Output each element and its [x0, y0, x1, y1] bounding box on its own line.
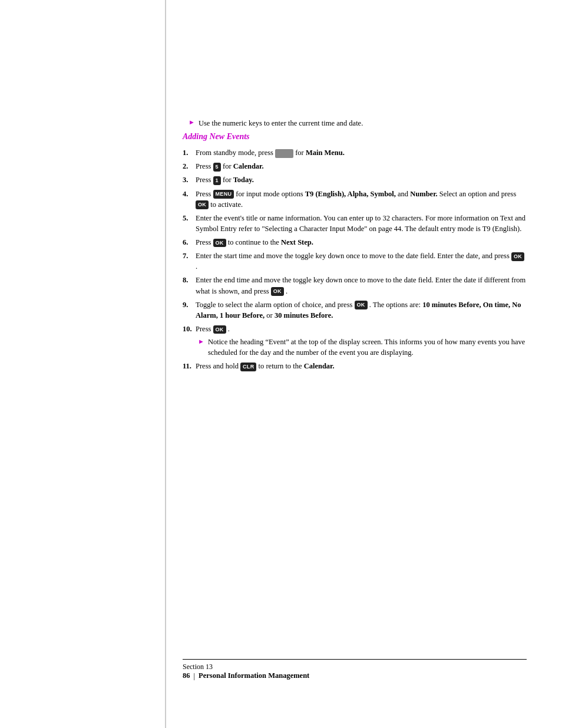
- footer-page-number: 86: [183, 671, 190, 680]
- sub-bullet-arrow-icon: ►: [198, 337, 204, 347]
- step-7-num: 7.: [183, 251, 196, 261]
- step-6: 6. Press OK to continue to the Next Step…: [183, 237, 527, 248]
- btn-5: 5: [213, 163, 221, 172]
- step-7: 7. Enter the start time and move the tog…: [183, 251, 527, 272]
- main-menu-button-icon: [275, 149, 293, 158]
- step-2-content: Press 5 for Calendar.: [196, 161, 527, 172]
- step-3: 3. Press 1 for Today.: [183, 174, 527, 185]
- step-1-num: 1.: [183, 147, 196, 158]
- step-4-content: Press MENU for input mode options T9 (En…: [196, 189, 527, 210]
- step-4: 4. Press MENU for input mode options T9 …: [183, 189, 527, 210]
- footer-description: Personal Information Management: [199, 671, 309, 680]
- step-1-content: From standby mode, press for Main Menu.: [196, 147, 527, 158]
- btn-ok-4: OK: [196, 200, 209, 209]
- main-content: ► Use the numeric keys to enter the curr…: [183, 0, 527, 371]
- footer-pipe: |: [194, 671, 196, 681]
- footer-divider: [183, 659, 527, 660]
- step-9: 9. Toggle to select the alarm option of …: [183, 299, 527, 321]
- steps-list: 1. From standby mode, press for Main Men…: [183, 147, 527, 371]
- step-8-content: Enter the end time and move the toggle k…: [196, 275, 527, 296]
- step-10-num: 10.: [183, 324, 196, 334]
- footer-row: 86 | Personal Information Management: [183, 671, 527, 681]
- btn-clr: CLR: [240, 363, 256, 371]
- footer: Section 13 86 | Personal Information Man…: [183, 659, 527, 681]
- btn-1: 1: [213, 176, 221, 185]
- btn-ok-6: OK: [213, 239, 226, 248]
- intro-bullet: ► Use the numeric keys to enter the curr…: [183, 118, 527, 129]
- step-2-bold: Calendar.: [233, 162, 264, 170]
- step-1-bold: Main Menu.: [306, 149, 345, 157]
- step-9-content: Toggle to select the alarm option of cho…: [196, 299, 527, 321]
- step-10-sub-bullet: ► Notice the heading “Event” at the top …: [196, 337, 527, 358]
- step-1: 1. From standby mode, press for Main Men…: [183, 147, 527, 158]
- step-4-bold2: Number.: [410, 190, 437, 198]
- step-9-num: 9.: [183, 299, 196, 310]
- btn-ok-10: OK: [213, 325, 226, 334]
- section-title: Adding New Events: [183, 132, 527, 141]
- btn-menu: MENU: [213, 190, 234, 199]
- step-11: 11. Press and hold CLR to return to the …: [183, 361, 527, 371]
- step-3-bold: Today.: [233, 176, 254, 184]
- step-7-content: Enter the start time and move the toggle…: [196, 251, 527, 272]
- step-5-content: Enter the event's title or name informat…: [196, 213, 527, 234]
- left-margin-bar: [165, 0, 166, 728]
- step-11-content: Press and hold CLR to return to the Cale…: [196, 361, 527, 371]
- bullet-arrow-icon: ►: [189, 118, 195, 126]
- step-6-bold: Next Step.: [281, 238, 313, 246]
- step-2-num: 2.: [183, 161, 196, 172]
- step-11-bold: Calendar.: [304, 362, 335, 370]
- step-4-num: 4.: [183, 189, 196, 199]
- step-3-num: 3.: [183, 174, 196, 185]
- step-6-content: Press OK to continue to the Next Step.: [196, 237, 527, 248]
- step-8: 8. Enter the end time and move the toggl…: [183, 275, 527, 296]
- step-3-content: Press 1 for Today.: [196, 174, 527, 185]
- step-8-num: 8.: [183, 275, 196, 285]
- intro-bullet-text: Use the numeric keys to enter the curren…: [199, 118, 363, 129]
- step-10: 10. Press OK . ► Notice the heading “Eve…: [183, 324, 527, 358]
- step-2: 2. Press 5 for Calendar.: [183, 161, 527, 172]
- step-9-bold2: 30 minutes Before.: [275, 311, 333, 319]
- step-4-bold1: T9 (English), Alpha, Symbol,: [305, 190, 396, 198]
- footer-section-label: Section 13: [183, 663, 527, 671]
- btn-ok-9: OK: [355, 301, 368, 309]
- step-10-sub-text: Notice the heading “Event” at the top of…: [208, 337, 527, 358]
- btn-ok-8: OK: [271, 287, 284, 296]
- step-10-content: Press OK . ► Notice the heading “Event” …: [196, 324, 527, 358]
- step-11-num: 11.: [183, 361, 196, 371]
- step-5: 5. Enter the event's title or name infor…: [183, 213, 527, 234]
- step-5-num: 5.: [183, 213, 196, 223]
- page: ► Use the numeric keys to enter the curr…: [0, 0, 562, 728]
- btn-ok-7: OK: [511, 252, 524, 261]
- step-6-num: 6.: [183, 237, 196, 248]
